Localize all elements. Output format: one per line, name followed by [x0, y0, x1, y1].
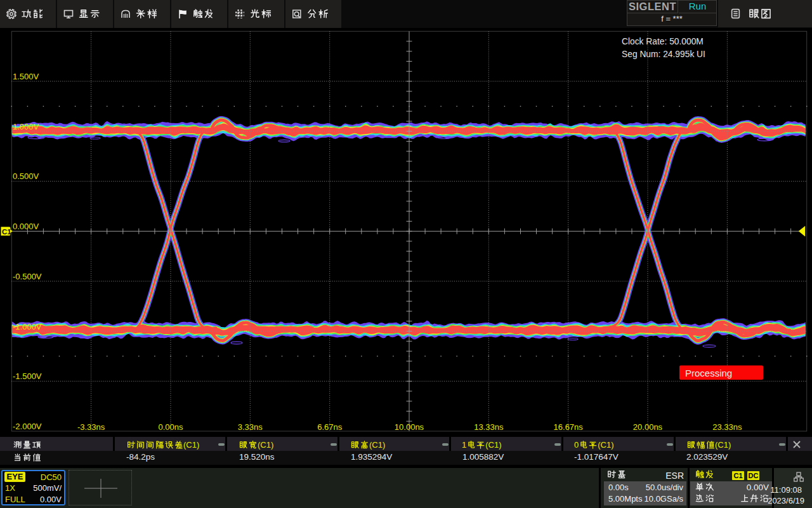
svg-text:C1: C1 [2, 228, 11, 236]
svg-text:0.500V: 0.500V [13, 171, 39, 181]
svg-text:13.33ns: 13.33ns [474, 422, 504, 432]
svg-text:Seg Num: 24.995k UI: Seg Num: 24.995k UI [622, 50, 705, 59]
svg-text:6.67ns: 6.67ns [317, 422, 343, 432]
svg-text:3.33ns: 3.33ns [238, 422, 263, 432]
svg-text:0.00ns: 0.00ns [158, 422, 183, 432]
svg-text:-2.000V: -2.000V [13, 422, 42, 431]
svg-text:-0.500V: -0.500V [13, 272, 42, 281]
svg-text:1.000V: 1.000V [13, 122, 39, 131]
svg-text:Clock Rate: 50.000M: Clock Rate: 50.000M [622, 37, 704, 46]
svg-text:20.00ns: 20.00ns [633, 422, 663, 432]
svg-text:-1.000V: -1.000V [13, 322, 42, 331]
svg-text:-3.33ns: -3.33ns [77, 422, 105, 432]
svg-text:1.500V: 1.500V [13, 72, 39, 81]
svg-text:10.00ns: 10.00ns [395, 422, 424, 432]
svg-text:23.33ns: 23.33ns [712, 422, 742, 432]
svg-text:0.000V: 0.000V [13, 222, 39, 231]
svg-text:Processing: Processing [685, 368, 732, 378]
svg-text:-1.500V: -1.500V [13, 371, 42, 381]
svg-text:16.67ns: 16.67ns [554, 422, 584, 432]
